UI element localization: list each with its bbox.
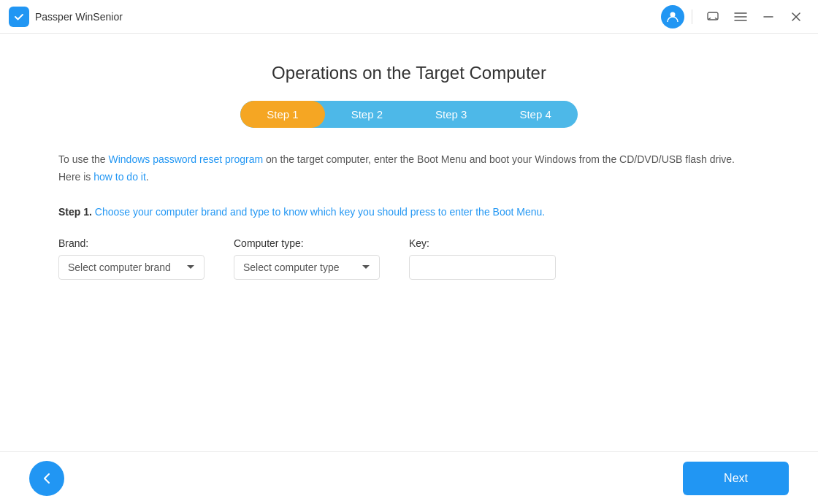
instruction-text: Choose your computer brand and type to k…: [95, 206, 545, 218]
app-icon: [9, 7, 29, 27]
form-row: Brand: Select computer brand Dell HP Len…: [58, 237, 760, 280]
step-1-button[interactable]: Step 1: [240, 101, 324, 128]
key-group: Key:: [409, 237, 556, 280]
title-bar-controls: [661, 4, 809, 30]
key-label: Key:: [409, 237, 556, 249]
minimize-button[interactable]: [755, 4, 781, 30]
step-4-button[interactable]: Step 4: [493, 101, 577, 128]
windows-password-link[interactable]: Windows password reset program: [109, 153, 264, 165]
steps-container: Step 1 Step 2 Step 3 Step 4: [58, 101, 760, 128]
brand-label: Brand:: [58, 237, 204, 249]
step-label: Step 1.: [58, 206, 92, 218]
step-3-button[interactable]: Step 3: [409, 101, 493, 128]
brand-select[interactable]: Select computer brand Dell HP Lenovo Asu…: [58, 255, 204, 280]
message-button[interactable]: [700, 4, 726, 30]
main-content: Operations on the Target Computer Step 1…: [0, 34, 818, 451]
back-button[interactable]: [29, 461, 64, 496]
how-to-link[interactable]: how to do it: [93, 171, 146, 183]
step-instruction: Step 1. Choose your computer brand and t…: [58, 204, 760, 220]
title-bar: Passper WinSenior: [0, 0, 818, 34]
computer-type-label: Computer type:: [234, 237, 380, 249]
page-title: Operations on the Target Computer: [58, 63, 760, 83]
close-button[interactable]: [783, 4, 809, 30]
brand-group: Brand: Select computer brand Dell HP Len…: [58, 237, 204, 280]
key-input[interactable]: [409, 255, 556, 280]
steps-row: Step 1 Step 2 Step 3 Step 4: [240, 101, 578, 128]
computer-type-select[interactable]: Select computer type Desktop Laptop Tabl…: [234, 255, 380, 280]
next-button[interactable]: Next: [683, 462, 789, 495]
app-title: Passper WinSenior: [35, 11, 123, 23]
computer-type-group: Computer type: Select computer type Desk…: [234, 237, 380, 280]
svg-rect-0: [12, 10, 26, 23]
description-text: To use the Windows password reset progra…: [58, 151, 760, 186]
title-bar-left: Passper WinSenior: [9, 7, 123, 27]
step-2-button[interactable]: Step 2: [325, 101, 409, 128]
menu-button[interactable]: [727, 4, 754, 30]
footer: Next: [0, 451, 818, 504]
user-account-button[interactable]: [661, 5, 684, 28]
separator: [692, 9, 692, 24]
